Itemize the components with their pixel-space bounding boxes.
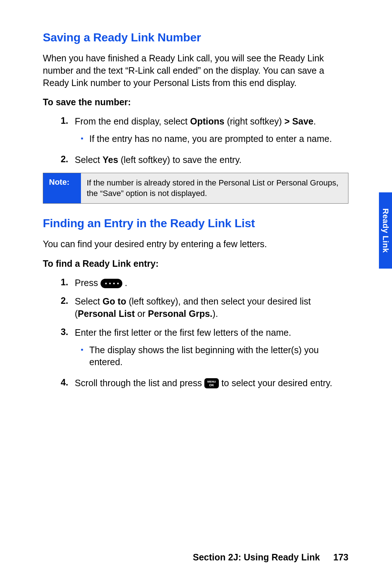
note-text: If the number is already stored in the P… — [81, 173, 348, 203]
t: or — [135, 309, 148, 319]
steps-save: 1. From the end display, select Options … — [43, 115, 348, 166]
t: . — [313, 116, 316, 126]
t: Select — [75, 296, 102, 306]
step-number: 2. — [43, 154, 75, 166]
t: Scroll through the list and press — [75, 378, 204, 388]
t: From the end display, select — [75, 116, 190, 126]
square-bullet-icon: ▪ — [75, 133, 89, 145]
intro-saving: When you have finished a Ready Link call… — [43, 52, 348, 89]
footer-page-number: 173 — [333, 552, 348, 562]
t: > Save — [285, 116, 314, 126]
subhead-save: To save the number: — [43, 97, 348, 107]
step-number: 1. — [43, 115, 75, 147]
step-number: 1. — [43, 277, 75, 289]
step-text: From the end display, select Options (ri… — [75, 115, 348, 147]
svg-rect-0 — [101, 279, 122, 288]
bullet-text: The display shows the list beginning wit… — [89, 344, 348, 369]
note-label: Note: — [43, 173, 81, 203]
t: Go to — [102, 296, 126, 306]
t: Enter the first letter or the first few … — [75, 327, 291, 338]
note-box: Note: If the number is already stored in… — [43, 173, 348, 204]
heading-saving: Saving a Ready Link Number — [43, 31, 348, 44]
step-text: Select Go to (left softkey), and then se… — [75, 295, 348, 320]
svg-point-2 — [109, 282, 111, 284]
heading-finding: Finding an Entry in the Ready Link List — [43, 217, 348, 230]
bullet-text: If the entry has no name, you are prompt… — [89, 133, 348, 145]
side-tab-label: Ready Link — [381, 208, 390, 253]
step-text: Select Yes (left softkey) to save the en… — [75, 154, 348, 166]
step-number: 2. — [43, 295, 75, 320]
intro-finding: You can find your desired entry by enter… — [43, 238, 348, 250]
step-number: 3. — [43, 327, 75, 371]
t: (left softkey) to save the entry. — [118, 155, 242, 165]
step-text: Scroll through the list and press MENUOK… — [75, 377, 348, 389]
side-tab: Ready Link — [379, 192, 392, 269]
square-bullet-icon: ▪ — [75, 344, 89, 369]
footer: Section 2J: Using Ready Link 173 — [0, 552, 392, 563]
t: ). — [212, 309, 218, 319]
svg-point-4 — [117, 282, 119, 284]
step-text: Press . — [75, 277, 348, 289]
svg-text:MENU: MENU — [207, 380, 216, 383]
step-text: Enter the first letter or the first few … — [75, 327, 348, 371]
svg-point-1 — [105, 282, 107, 284]
pill-key-icon — [101, 279, 122, 288]
t: Yes — [102, 155, 118, 165]
t: Personal Grps. — [148, 309, 212, 319]
t: . — [125, 278, 127, 288]
svg-point-3 — [113, 282, 115, 284]
t: Press — [75, 278, 101, 288]
menu-ok-key-icon: MENUOK — [204, 378, 219, 388]
t: Options — [190, 116, 224, 126]
step-number: 4. — [43, 377, 75, 389]
t: Select — [75, 155, 102, 165]
footer-section: Section 2J: Using Ready Link — [193, 552, 320, 562]
t: Personal List — [78, 309, 135, 319]
t: (right softkey) — [224, 116, 284, 126]
steps-find: 1. Press . 2. Select Go to (left softkey… — [43, 277, 348, 389]
t: to select your desired entry. — [221, 378, 332, 388]
subhead-find: To find a Ready Link entry: — [43, 258, 348, 269]
svg-text:OK: OK — [209, 383, 214, 387]
